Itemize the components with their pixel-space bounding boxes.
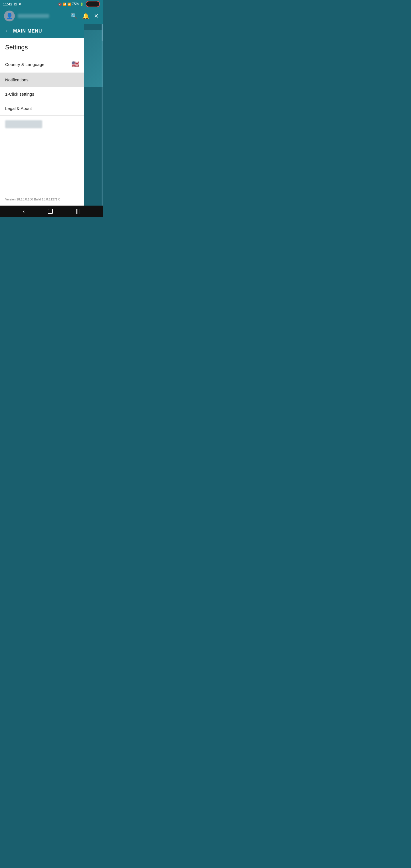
menu-title: MAIN MENU xyxy=(13,29,42,34)
wifi-icon: 📶 xyxy=(63,3,66,6)
mute-icon: 🔇 xyxy=(58,3,62,6)
status-left: 11:42 🖼 ✖ xyxy=(3,2,21,6)
search-icon[interactable]: 🔍 xyxy=(70,12,77,20)
legal-about-label: Legal & About xyxy=(5,106,32,111)
back-button[interactable]: ← xyxy=(5,28,10,34)
settings-item-country-language[interactable]: Country & Language 🇺🇸 xyxy=(0,56,84,72)
settings-item-legal-about[interactable]: Legal & About xyxy=(0,101,84,115)
menu-header: ← MAIN MENU xyxy=(0,24,84,38)
settings-list: Country & Language 🇺🇸 Notifications 1-Cl… xyxy=(0,56,84,115)
nav-bar: ‹ ||| xyxy=(0,206,103,217)
close-icon[interactable]: ✕ xyxy=(94,12,99,20)
main-content: ← MAIN MENU Settings Country & Language … xyxy=(0,24,103,206)
status-right: 🔇 📶 📶 75% 🔋 xyxy=(58,1,100,7)
spacer xyxy=(0,133,84,194)
status-time: 11:42 xyxy=(3,2,12,6)
us-flag-icon: 🇺🇸 xyxy=(71,61,79,68)
battery-level: 75% xyxy=(72,2,79,6)
photo-icon: 🖼 xyxy=(14,3,17,6)
blurred-button xyxy=(5,120,42,128)
status-bar: 11:42 🖼 ✖ 🔇 📶 📶 75% 🔋 xyxy=(0,0,103,8)
settings-heading: Settings xyxy=(0,38,84,56)
signal-icon: 📶 xyxy=(67,3,71,6)
one-click-label: 1-Click settings xyxy=(5,92,34,96)
footer-divider xyxy=(0,115,84,116)
recents-nav-icon[interactable]: ||| xyxy=(76,209,80,214)
header-right: 🔍 🔔 ✕ xyxy=(70,12,99,20)
user-name-blurred xyxy=(18,14,49,18)
sim-icon: ✖ xyxy=(19,3,21,6)
settings-item-one-click[interactable]: 1-Click settings xyxy=(0,87,84,101)
back-nav-icon[interactable]: ‹ xyxy=(23,209,25,214)
settings-content: Settings Country & Language 🇺🇸 Notificat… xyxy=(0,38,84,206)
header-left: 👤 xyxy=(4,10,49,22)
person-icon: 👤 xyxy=(6,12,13,20)
scrollbar[interactable] xyxy=(102,24,103,206)
app-header: 👤 🔍 🔔 ✕ xyxy=(0,8,103,24)
scrollbar-thumb[interactable] xyxy=(102,24,103,41)
version-text: Version 18.13.0.100 Build 18.0.11271.0 xyxy=(0,194,84,206)
avatar[interactable]: 👤 xyxy=(4,10,15,22)
home-nav-icon[interactable] xyxy=(48,209,53,214)
notifications-label: Notifications xyxy=(5,78,29,82)
battery-icon: 🔋 xyxy=(80,3,83,6)
settings-item-notifications[interactable]: Notifications xyxy=(0,72,84,87)
bell-icon[interactable]: 🔔 xyxy=(82,12,89,20)
country-language-label: Country & Language xyxy=(5,62,44,67)
camera-pill xyxy=(86,1,100,7)
settings-drawer: ← MAIN MENU Settings Country & Language … xyxy=(0,24,84,206)
